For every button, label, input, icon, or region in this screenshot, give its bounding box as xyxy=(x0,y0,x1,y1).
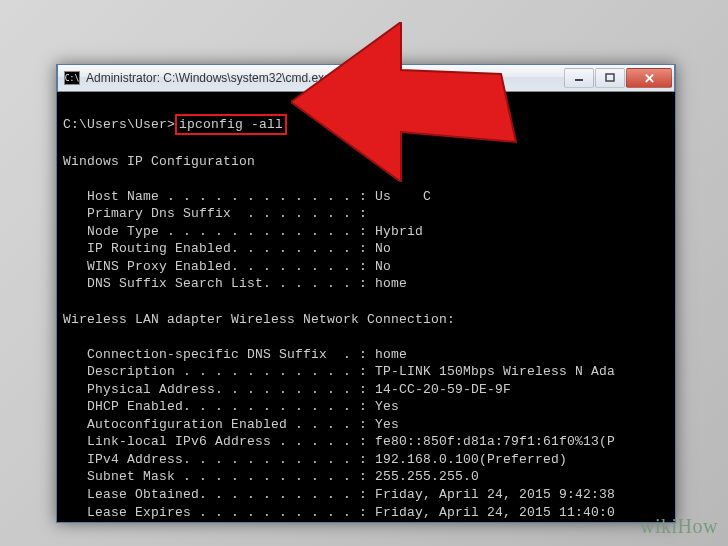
config-line: Default Gateway . . . . . . . . . : 192.… xyxy=(63,521,669,522)
blank-line xyxy=(63,328,669,346)
prompt-line: C:\Users\User>ipconfig -all xyxy=(63,114,669,136)
window-title: Administrator: C:\Windows\system32\cmd.e… xyxy=(86,71,563,85)
config-line: Host Name . . . . . . . . . . . . : Us C xyxy=(63,188,669,206)
config-line: Primary Dns Suffix . . . . . . . : xyxy=(63,205,669,223)
terminal-output[interactable]: C:\Users\User>ipconfig -all Windows IP C… xyxy=(57,92,675,522)
config-line: Connection-specific DNS Suffix . : home xyxy=(63,346,669,364)
blank-line xyxy=(63,135,669,153)
minimize-icon xyxy=(574,73,584,83)
config-line: Lease Expires . . . . . . . . . . : Frid… xyxy=(63,504,669,522)
minimize-button[interactable] xyxy=(564,68,594,88)
svg-rect-1 xyxy=(606,74,614,81)
section-header: Windows IP Configuration xyxy=(63,153,669,171)
watermark: wikiHow xyxy=(640,515,718,538)
config-line: IPv4 Address. . . . . . . . . . . : 192.… xyxy=(63,451,669,469)
blank-line xyxy=(63,96,669,114)
config-line: Autoconfiguration Enabled . . . . : Yes xyxy=(63,416,669,434)
cmd-window: C:\ Administrator: C:\Windows\system32\c… xyxy=(56,64,676,523)
adapter-header: Wireless LAN adapter Wireless Network Co… xyxy=(63,311,669,329)
close-button[interactable]: ✕ xyxy=(626,68,672,88)
config-line: Subnet Mask . . . . . . . . . . . : 255.… xyxy=(63,468,669,486)
svg-rect-0 xyxy=(575,79,583,81)
command-highlight: ipconfig -all xyxy=(175,114,287,136)
blank-line xyxy=(63,170,669,188)
close-icon: ✕ xyxy=(644,71,655,86)
config-line: Description . . . . . . . . . . . : TP-L… xyxy=(63,363,669,381)
window-controls: ✕ xyxy=(563,68,672,88)
config-line: IP Routing Enabled. . . . . . . . : No xyxy=(63,240,669,258)
config-line: Lease Obtained. . . . . . . . . . : Frid… xyxy=(63,486,669,504)
config-line: Link-local IPv6 Address . . . . . : fe80… xyxy=(63,433,669,451)
maximize-button[interactable] xyxy=(595,68,625,88)
config-line: Node Type . . . . . . . . . . . . : Hybr… xyxy=(63,223,669,241)
config-line: DHCP Enabled. . . . . . . . . . . : Yes xyxy=(63,398,669,416)
maximize-icon xyxy=(605,73,615,83)
config-line: DNS Suffix Search List. . . . . . : home xyxy=(63,275,669,293)
config-line: WINS Proxy Enabled. . . . . . . . : No xyxy=(63,258,669,276)
command-text: ipconfig -all xyxy=(179,117,283,132)
config-line: Physical Address. . . . . . . . . : 14-C… xyxy=(63,381,669,399)
blank-line xyxy=(63,293,669,311)
prompt-prefix: C:\Users\User> xyxy=(63,117,175,132)
cmd-icon: C:\ xyxy=(64,71,80,85)
titlebar[interactable]: C:\ Administrator: C:\Windows\system32\c… xyxy=(57,64,675,92)
